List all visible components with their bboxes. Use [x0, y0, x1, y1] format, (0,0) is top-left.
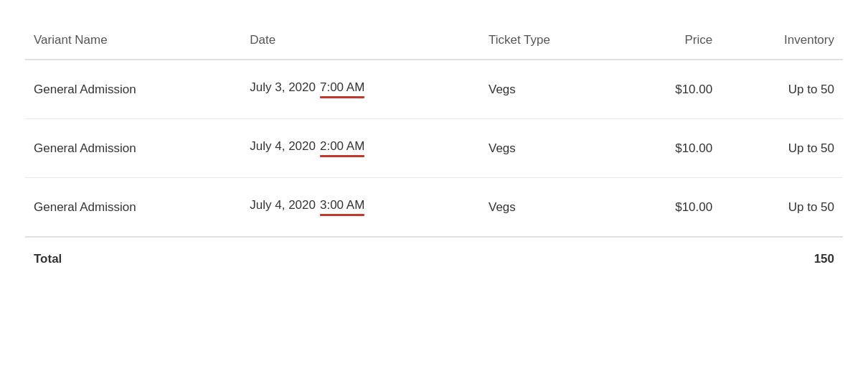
time-text: 2:00 AM	[320, 139, 364, 154]
table-row: General AdmissionJuly 4, 20203:00 AMVegs…	[25, 178, 843, 238]
time-underline	[320, 155, 364, 157]
total-empty-ticket	[480, 237, 623, 281]
total-empty-price	[623, 237, 721, 281]
cell-date: July 4, 20202:00 AM	[241, 119, 480, 178]
table-row: General AdmissionJuly 4, 20202:00 AMVegs…	[25, 119, 843, 178]
time-underline	[320, 214, 364, 216]
cell-ticket-type: Vegs	[480, 60, 623, 119]
cell-date: July 4, 20203:00 AM	[241, 178, 480, 238]
cell-price: $10.00	[623, 178, 721, 238]
total-label: Total	[25, 237, 241, 281]
table-footer-row: Total 150	[25, 237, 843, 281]
cell-price: $10.00	[623, 119, 721, 178]
header-inventory: Inventory	[721, 22, 843, 60]
cell-ticket-type: Vegs	[480, 119, 623, 178]
header-variant-name: Variant Name	[25, 22, 241, 60]
table-header-row: Variant Name Date Ticket Type Price Inve…	[25, 22, 843, 60]
time-text: 3:00 AM	[320, 198, 364, 212]
inventory-table-container: Variant Name Date Ticket Type Price Inve…	[11, 14, 857, 288]
time-block: 2:00 AM	[320, 139, 364, 157]
cell-variant-name: General Admission	[25, 119, 241, 178]
cell-inventory: Up to 50	[721, 119, 843, 178]
date-text: July 3, 2020	[250, 80, 316, 95]
cell-variant-name: General Admission	[25, 178, 241, 238]
cell-ticket-type: Vegs	[480, 178, 623, 238]
header-ticket-type: Ticket Type	[480, 22, 623, 60]
time-text: 7:00 AM	[320, 80, 364, 95]
inventory-table: Variant Name Date Ticket Type Price Inve…	[25, 22, 843, 281]
cell-inventory: Up to 50	[721, 178, 843, 238]
date-text: July 4, 2020	[250, 198, 316, 212]
date-text: July 4, 2020	[250, 139, 316, 154]
table-row: General AdmissionJuly 3, 20207:00 AMVegs…	[25, 60, 843, 119]
header-price: Price	[623, 22, 721, 60]
cell-price: $10.00	[623, 60, 721, 119]
header-date: Date	[241, 22, 480, 60]
time-block: 7:00 AM	[320, 80, 364, 98]
time-underline	[320, 96, 364, 98]
cell-variant-name: General Admission	[25, 60, 241, 119]
time-block: 3:00 AM	[320, 198, 364, 216]
cell-date: July 3, 20207:00 AM	[241, 60, 480, 119]
cell-inventory: Up to 50	[721, 60, 843, 119]
total-empty-date	[241, 237, 480, 281]
total-inventory-value: 150	[721, 237, 843, 281]
